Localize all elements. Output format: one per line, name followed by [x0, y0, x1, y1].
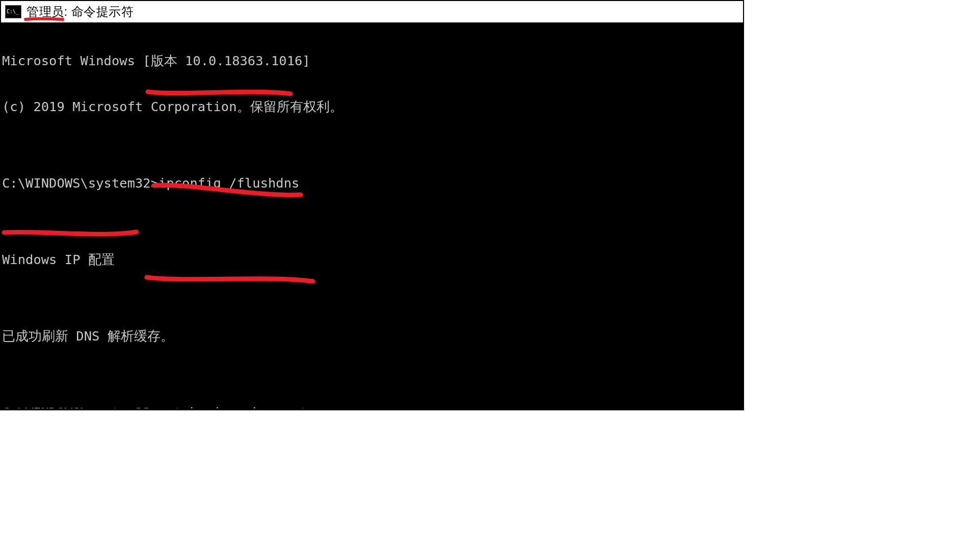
titlebar[interactable]: C:\_ 管理员: 命令提示符: [1, 1, 743, 22]
window-title: 管理员: 命令提示符: [27, 4, 134, 20]
console-output[interactable]: Microsoft Windows [版本 10.0.18363.1016] (…: [2, 22, 742, 408]
line-3: C:\WINDOWS\system32>ipconfig /flushdns: [2, 175, 742, 191]
line-9: C:\WINDOWS\system32>netsh winsock reset: [2, 405, 742, 408]
cmd-icon-glyph: C:\_: [7, 9, 19, 14]
line-7: 已成功刷新 DNS 解析缓存。: [2, 328, 742, 344]
cmd-icon: C:\_: [5, 5, 21, 18]
line-5: Windows IP 配置: [2, 252, 742, 267]
line-0: Microsoft Windows [版本 10.0.18363.1016]: [2, 53, 742, 68]
cmd-window: C:\_ 管理员: 命令提示符 Microsoft Windows [版本 10…: [0, 0, 744, 410]
line-1: (c) 2019 Microsoft Corporation。保留所有权利。: [2, 99, 742, 114]
